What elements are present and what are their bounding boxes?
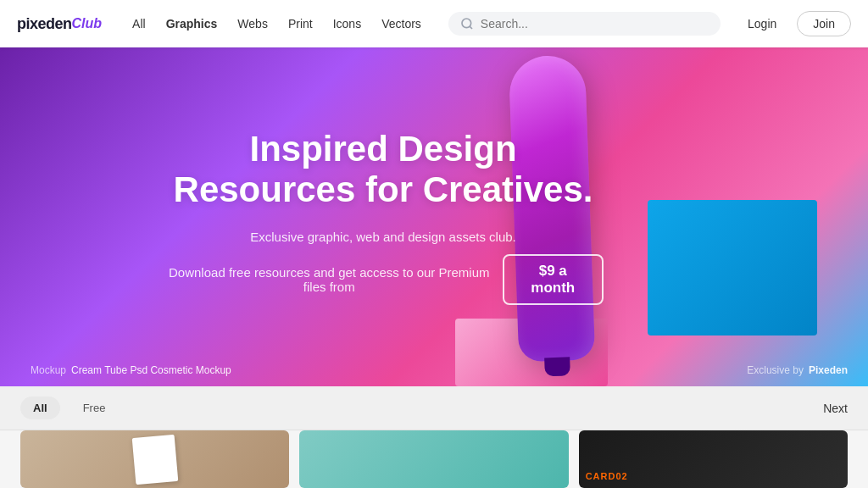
hero-exclusive-label: Exclusive by <box>747 364 804 376</box>
nav-icons[interactable]: Icons <box>323 12 371 36</box>
search-input[interactable] <box>481 17 709 30</box>
cards-row: CARD02 <box>0 430 868 488</box>
hero-exclusive-brand: Pixeden <box>809 364 848 376</box>
hero-bottom-left: Mockup Cream Tube Psd Cosmetic Mockup <box>31 364 231 376</box>
hero-mockup-name: Cream Tube Psd Cosmetic Mockup <box>71 364 231 376</box>
search-bar[interactable] <box>448 12 721 36</box>
hero-blue-box-decoration <box>648 200 817 336</box>
paper-mockup-decoration <box>131 434 178 484</box>
card-2[interactable] <box>299 430 568 488</box>
card-1[interactable] <box>20 430 289 488</box>
filter-all-button[interactable]: All <box>20 396 60 419</box>
filter-bar: All Free Next <box>0 386 868 430</box>
hero-price-row: Download free resources and get access t… <box>163 254 604 305</box>
brand-club: Club <box>72 16 103 31</box>
hero-price-text: Download free resources and get access t… <box>163 265 496 294</box>
nav-webs[interactable]: Webs <box>227 12 278 36</box>
nav-all[interactable]: All <box>122 12 156 36</box>
logo[interactable]: pixeden Club <box>17 15 102 33</box>
hero-content: Inspired Design Resources for Creatives.… <box>146 129 620 306</box>
nav-vectors[interactable]: Vectors <box>371 12 431 36</box>
hero-price-badge[interactable]: $9 a month <box>503 254 604 305</box>
filter-free-button[interactable]: Free <box>70 396 119 419</box>
filter-next-button[interactable]: Next <box>823 402 848 415</box>
hero-subtitle-line1: Exclusive graphic, web and design assets… <box>163 227 604 247</box>
svg-line-1 <box>470 26 472 29</box>
navbar: pixeden Club All Graphics Webs Print Ico… <box>0 0 868 47</box>
svg-point-0 <box>462 19 471 28</box>
join-button[interactable]: Join <box>797 11 851 36</box>
nav-right: Login Join <box>737 11 851 36</box>
hero-section: Inspired Design Resources for Creatives.… <box>0 47 868 386</box>
search-icon <box>460 17 474 30</box>
hero-bottom-right: Exclusive by Pixeden <box>747 364 848 376</box>
card-1-inner <box>20 430 289 488</box>
hero-title: Inspired Design Resources for Creatives. <box>163 129 604 211</box>
nav-graphics[interactable]: Graphics <box>156 12 228 36</box>
hero-mockup-label: Mockup <box>31 364 66 376</box>
nav-links: All Graphics Webs Print Icons Vectors <box>122 12 431 36</box>
login-button[interactable]: Login <box>737 12 787 36</box>
brand-name: pixeden <box>17 15 72 33</box>
nav-print[interactable]: Print <box>278 12 323 36</box>
card-3[interactable]: CARD02 <box>579 430 848 488</box>
card-3-text: CARD02 <box>586 471 628 481</box>
